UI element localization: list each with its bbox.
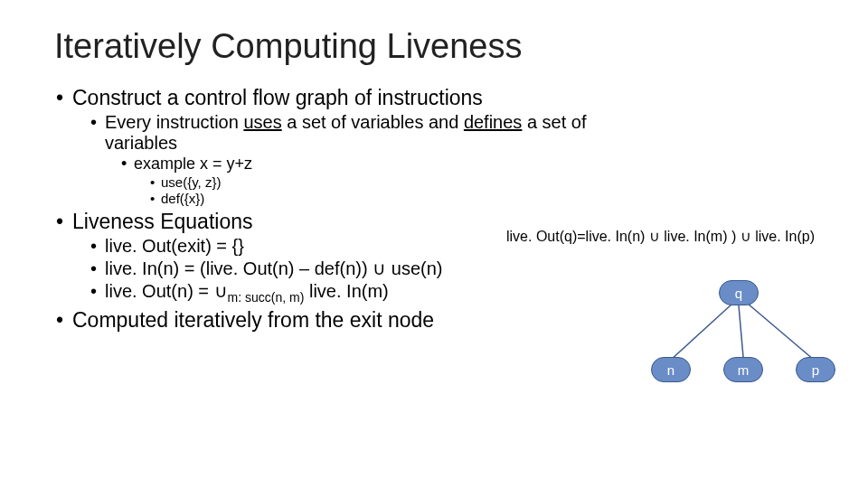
bullet-construct-cfg: Construct a control flow graph of instru… bbox=[72, 86, 814, 206]
text: Liveness Equations bbox=[72, 210, 252, 233]
graph-node-p: p bbox=[796, 357, 835, 382]
slide: Iteratively Computing Liveness Construct… bbox=[0, 0, 868, 488]
svg-line-2 bbox=[748, 304, 814, 360]
text: Every instruction bbox=[105, 112, 243, 132]
graph-node-n: n bbox=[651, 357, 691, 382]
bullet-livein-n: live. In(n) = (live. Out(n) – def(n)) ∪ … bbox=[105, 258, 814, 279]
liveout-q-equation: live. Out(q)=live. In(n) ∪ live. In(m) )… bbox=[506, 228, 815, 245]
graph-node-m: m bbox=[723, 357, 763, 382]
svg-line-0 bbox=[671, 304, 732, 360]
uses-underline: uses bbox=[243, 112, 281, 132]
text: live. In(n) = (live. Out(n) – def(n)) ∪ … bbox=[105, 258, 442, 278]
text: Computed iteratively from the exit node bbox=[72, 308, 434, 332]
text: example x = y+z bbox=[134, 155, 252, 173]
bullet-example: example x = y+z use({y, z}) def({x}) bbox=[134, 155, 611, 206]
text: a set of variables and bbox=[282, 112, 464, 132]
graph-node-q: q bbox=[719, 280, 759, 305]
text: def({x}) bbox=[161, 191, 204, 206]
text: use({y, z}) bbox=[161, 174, 221, 190]
svg-line-1 bbox=[739, 305, 743, 357]
bullet-use-set: use({y, z}) bbox=[161, 174, 611, 190]
text: Construct a control flow graph of instru… bbox=[72, 86, 483, 109]
text: live. Out(n) = ∪ bbox=[105, 281, 228, 301]
successor-graph: q n m p bbox=[615, 280, 868, 425]
bullet-uses-defines: Every instruction uses a set of variable… bbox=[105, 112, 611, 206]
slide-title: Iteratively Computing Liveness bbox=[54, 27, 814, 66]
text: live. In(m) bbox=[304, 281, 388, 301]
subscript: m: succ(n, m) bbox=[228, 290, 305, 305]
text: live. Out(exit) = {} bbox=[105, 236, 244, 256]
bullet-def-set: def({x}) bbox=[161, 191, 611, 206]
defines-underline: defines bbox=[464, 112, 523, 132]
